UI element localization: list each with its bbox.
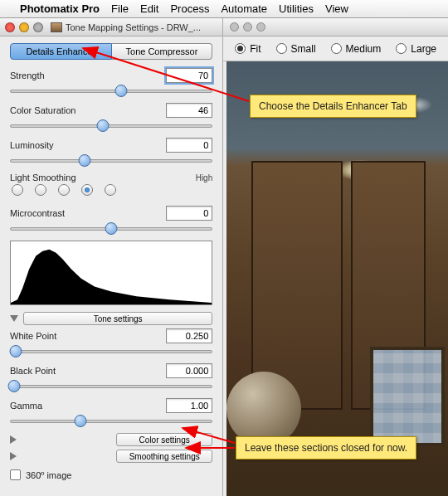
disclosure-smoothing-icon[interactable] bbox=[10, 452, 111, 460]
gamma-label: Gamma bbox=[10, 401, 42, 411]
preview-image bbox=[226, 61, 448, 496]
control-light-smoothing: Light Smoothing High bbox=[10, 173, 212, 201]
checkbox-360-row: 360º image bbox=[10, 469, 212, 480]
checkbox-360[interactable] bbox=[10, 469, 21, 480]
light-smoothing-label: Light Smoothing bbox=[10, 173, 76, 182]
microcontrast-slider[interactable] bbox=[10, 222, 212, 236]
control-luminosity: Luminosity bbox=[10, 138, 212, 168]
zoom-fit[interactable]: Fit bbox=[235, 43, 261, 55]
section-smoothing-settings-row: Smoothing settings bbox=[10, 450, 212, 463]
white-point-input[interactable] bbox=[166, 328, 212, 343]
control-black-point: Black Point bbox=[10, 363, 212, 393]
window-titlebar[interactable]: Tone Mapping Settings - DRW_... bbox=[0, 18, 222, 36]
luminosity-input[interactable] bbox=[166, 138, 212, 153]
white-point-slider[interactable] bbox=[10, 345, 212, 358]
preview-close-button[interactable] bbox=[230, 22, 239, 32]
color-saturation-label: Color Saturation bbox=[10, 105, 76, 115]
workspace: Tone Mapping Settings - DRW_... Details … bbox=[0, 18, 448, 496]
section-smoothing-settings[interactable]: Smoothing settings bbox=[116, 450, 212, 463]
control-gamma: Gamma bbox=[10, 398, 212, 428]
menubar: Photomatix Pro File Edit Process Automat… bbox=[0, 0, 448, 18]
light-smoothing-high: High bbox=[196, 173, 213, 182]
zoom-toolbar: Fit Small Medium Large bbox=[223, 36, 448, 61]
preview-titlebar[interactable] bbox=[223, 18, 448, 36]
window-title: Tone Mapping Settings - DRW_... bbox=[66, 22, 217, 32]
menu-automate[interactable]: Automate bbox=[221, 2, 267, 15]
gamma-input[interactable] bbox=[166, 398, 212, 413]
checkbox-360-label: 360º image bbox=[26, 470, 71, 480]
zoom-large[interactable]: Large bbox=[396, 43, 436, 55]
disclosure-color-icon[interactable] bbox=[10, 435, 111, 444]
light-smoothing-radio-4[interactable] bbox=[105, 184, 116, 196]
zoom-small[interactable]: Small bbox=[276, 43, 316, 55]
strength-label: Strength bbox=[10, 71, 45, 80]
menu-process[interactable]: Process bbox=[170, 2, 209, 15]
section-color-settings-row: Color settings bbox=[10, 433, 212, 446]
white-point-label: White Point bbox=[10, 331, 56, 341]
tab-tone-compressor[interactable]: Tone Compressor bbox=[112, 43, 213, 60]
black-point-input[interactable] bbox=[166, 363, 212, 378]
window-close-button[interactable] bbox=[5, 22, 15, 32]
luminosity-label: Luminosity bbox=[10, 140, 54, 150]
control-strength: Strength bbox=[10, 68, 212, 98]
strength-input[interactable] bbox=[166, 68, 212, 83]
microcontrast-input[interactable] bbox=[166, 206, 212, 221]
color-saturation-slider[interactable] bbox=[10, 119, 212, 133]
tab-segmented-control: Details Enhancer Tone Compressor bbox=[10, 43, 212, 60]
histogram bbox=[10, 241, 212, 305]
section-tone-settings-row: Tone settings bbox=[10, 312, 212, 325]
tab-details-enhancer[interactable]: Details Enhancer bbox=[10, 43, 112, 60]
control-microcontrast: Microcontrast bbox=[10, 206, 212, 236]
section-color-settings[interactable]: Color settings bbox=[116, 433, 212, 446]
settings-window: Tone Mapping Settings - DRW_... Details … bbox=[0, 18, 223, 496]
light-smoothing-radio-2[interactable] bbox=[58, 184, 70, 196]
preview-window: Fit Small Medium Large bbox=[223, 18, 448, 496]
callout-tab: Choose the Details Enhancer Tab bbox=[250, 95, 416, 118]
light-smoothing-radio-1[interactable] bbox=[35, 184, 46, 196]
gamma-slider[interactable] bbox=[10, 415, 212, 428]
section-tone-settings[interactable]: Tone settings bbox=[23, 312, 212, 325]
preview-minimize-button[interactable] bbox=[243, 22, 252, 32]
control-white-point: White Point bbox=[10, 328, 212, 358]
callout-sections: Leave these sections closed for now. bbox=[236, 436, 416, 460]
strength-slider[interactable] bbox=[10, 85, 212, 98]
disclosure-tone-icon[interactable] bbox=[10, 315, 18, 322]
window-doc-icon bbox=[51, 22, 62, 32]
light-smoothing-radio-3[interactable] bbox=[81, 184, 93, 196]
menu-edit[interactable]: Edit bbox=[140, 2, 158, 15]
microcontrast-label: Microcontrast bbox=[10, 208, 65, 218]
control-color-saturation: Color Saturation bbox=[10, 103, 212, 133]
luminosity-slider[interactable] bbox=[10, 154, 212, 168]
preview-zoom-button[interactable] bbox=[256, 22, 265, 32]
preview-area bbox=[223, 61, 448, 496]
color-saturation-input[interactable] bbox=[166, 103, 212, 118]
light-smoothing-radios bbox=[10, 182, 212, 201]
window-minimize-button[interactable] bbox=[19, 22, 29, 32]
black-point-slider[interactable] bbox=[10, 380, 212, 393]
black-point-label: Black Point bbox=[10, 366, 56, 376]
panel-body: Details Enhancer Tone Compressor Strengt… bbox=[0, 36, 222, 496]
menu-utilities[interactable]: Utilities bbox=[279, 2, 314, 15]
zoom-medium[interactable]: Medium bbox=[331, 43, 382, 55]
menu-view[interactable]: View bbox=[325, 2, 348, 15]
menu-file[interactable]: File bbox=[111, 2, 129, 15]
app-name[interactable]: Photomatix Pro bbox=[20, 2, 100, 15]
light-smoothing-radio-0[interactable] bbox=[12, 184, 23, 196]
window-zoom-button[interactable] bbox=[33, 22, 43, 32]
